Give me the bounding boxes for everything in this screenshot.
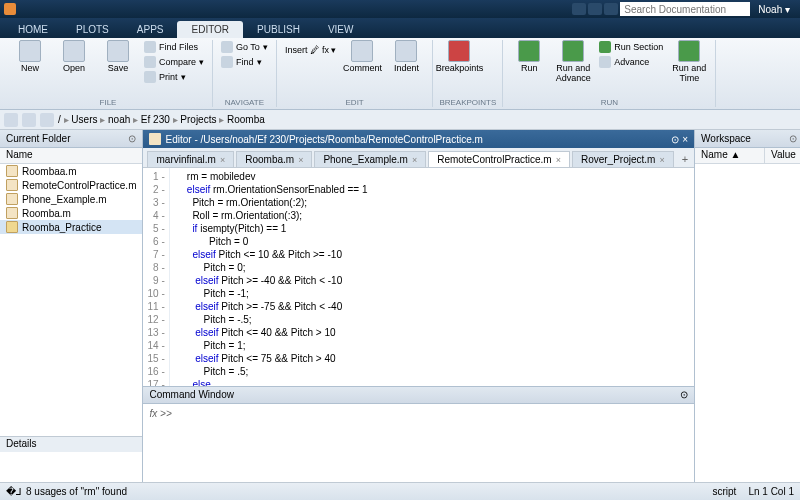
run-section-button[interactable]: Run Section <box>597 40 665 54</box>
tab-publish[interactable]: PUBLISH <box>243 21 314 38</box>
titlebar: Noah ▾ <box>0 0 800 18</box>
file-icon <box>6 207 18 219</box>
close-icon[interactable]: × <box>556 155 561 165</box>
ws-col-name[interactable]: Name ▲ <box>695 148 765 163</box>
app-icon <box>4 3 16 15</box>
goto-button[interactable]: Go To ▾ <box>219 40 270 54</box>
compare-button[interactable]: Compare ▾ <box>142 55 206 69</box>
editor-tab[interactable]: Roomba.m× <box>236 151 312 167</box>
file-item[interactable]: Roombaa.m <box>0 164 142 178</box>
breadcrumb-item[interactable]: noah <box>108 114 130 125</box>
file-item[interactable]: Phone_Example.m <box>0 192 142 206</box>
new-tab-button[interactable]: + <box>676 151 694 167</box>
user-menu[interactable]: Noah ▾ <box>752 4 796 15</box>
print-button[interactable]: Print ▾ <box>142 70 206 84</box>
save-button[interactable]: Save <box>98 40 138 74</box>
group-bp-label: BREAKPOINTS <box>439 97 496 107</box>
details-body <box>0 452 142 482</box>
file-icon <box>6 193 18 205</box>
find-files-button[interactable]: Find Files <box>142 40 206 54</box>
breadcrumb-item[interactable]: Roomba <box>227 114 265 125</box>
cmd-menu-icon[interactable]: ⊙ <box>680 389 688 401</box>
run-button[interactable]: Run <box>509 40 549 74</box>
tab-home[interactable]: HOME <box>4 21 62 38</box>
file-item[interactable]: Roomba.m <box>0 206 142 220</box>
group-file-label: FILE <box>10 97 206 107</box>
file-icon <box>6 165 18 177</box>
close-icon[interactable]: × <box>298 155 303 165</box>
status-usages: 8 usages of "rm" found <box>26 486 127 497</box>
advance-button[interactable]: Advance <box>597 55 665 69</box>
tab-apps[interactable]: APPS <box>123 21 178 38</box>
status-bar: �⅃ 8 usages of "rm" found script Ln 1 Co… <box>0 482 800 500</box>
run-advance-button[interactable]: Run and Advance <box>553 40 593 84</box>
status-pos: Ln 1 Col 1 <box>748 486 794 497</box>
file-icon <box>6 221 18 233</box>
workspace-title: Workspace <box>701 133 751 144</box>
tab-view[interactable]: VIEW <box>314 21 368 38</box>
fwd-button[interactable] <box>22 113 36 127</box>
run-time-button[interactable]: Run and Time <box>669 40 709 84</box>
command-window-title: Command Window <box>149 389 233 401</box>
editor-title: Editor - /Users/noah/Ef 230/Projects/Roo… <box>165 134 482 145</box>
file-icon <box>6 179 18 191</box>
details-header[interactable]: Details <box>0 436 142 452</box>
workspace-pane: Workspace⊙ Name ▲ Value <box>694 130 800 482</box>
ribbon-tabs: HOMEPLOTSAPPSEDITORPUBLISHVIEW <box>0 18 800 38</box>
pane-menu-icon[interactable]: ⊙ <box>128 133 136 144</box>
ws-menu-icon[interactable]: ⊙ <box>789 133 797 144</box>
insert-button[interactable]: Insert 🖉 fx ▾ <box>283 44 339 56</box>
current-folder-title: Current Folder <box>6 133 70 144</box>
close-icon[interactable]: × <box>412 155 417 165</box>
tab-editor[interactable]: EDITOR <box>177 21 243 38</box>
editor-tab[interactable]: Rover_Project.m× <box>572 151 674 167</box>
command-window[interactable]: fx >> <box>143 404 694 482</box>
tab-plots[interactable]: PLOTS <box>62 21 123 38</box>
help-icon[interactable] <box>588 3 602 15</box>
breadcrumb-item[interactable]: Ef 230 <box>141 114 170 125</box>
comment-button[interactable]: Comment <box>342 40 382 74</box>
close-icon[interactable]: × <box>659 155 664 165</box>
ws-col-value[interactable]: Value <box>765 148 800 163</box>
breadcrumb-item[interactable]: Projects <box>180 114 216 125</box>
group-run-label: RUN <box>509 97 709 107</box>
new-button[interactable]: New <box>10 40 50 74</box>
folder-icon[interactable] <box>40 113 54 127</box>
folder-col-name[interactable]: Name <box>0 148 142 164</box>
find-button[interactable]: Find ▾ <box>219 55 270 69</box>
min-icon[interactable] <box>604 3 618 15</box>
breadcrumb-item[interactable]: Users <box>71 114 97 125</box>
breakpoints-button[interactable]: Breakpoints <box>439 40 479 74</box>
file-item[interactable]: Roomba_Practice <box>0 220 142 234</box>
editor-file-icon <box>149 133 161 145</box>
group-nav-label: NAVIGATE <box>219 97 270 107</box>
editor-tab[interactable]: RemoteControlPractice.m× <box>428 151 570 167</box>
layout-icon[interactable] <box>572 3 586 15</box>
editor-tab[interactable]: marvinfinal.m× <box>147 151 234 167</box>
code-editor[interactable]: 1 - 2 - 3 - 4 - 5 - 6 - 7 - 8 - 9 - 10 -… <box>143 168 694 386</box>
back-button[interactable] <box>4 113 18 127</box>
editor-title-bar: Editor - /Users/noah/Ef 230/Projects/Roo… <box>143 130 694 148</box>
close-icon[interactable]: × <box>220 155 225 165</box>
status-mode: script <box>713 486 737 497</box>
ribbon: New Open Save Find Files Compare ▾ Print… <box>0 38 800 110</box>
file-item[interactable]: RemoteControlPractice.m <box>0 178 142 192</box>
editor-tabs: marvinfinal.m×Roomba.m×Phone_Example.m×R… <box>143 148 694 168</box>
editor-tab[interactable]: Phone_Example.m× <box>314 151 426 167</box>
path-bar: / ▸ Users ▸ noah ▸ Ef 230 ▸ Projects ▸ R… <box>0 110 800 130</box>
current-folder-pane: Current Folder⊙ Name Roombaa.mRemoteCont… <box>0 130 143 482</box>
indent-button[interactable]: Indent <box>386 40 426 74</box>
search-doc-input[interactable] <box>620 2 750 16</box>
group-edit-label: EDIT <box>283 97 427 107</box>
editor-dock-icon[interactable]: ⊙ × <box>671 134 688 145</box>
open-button[interactable]: Open <box>54 40 94 74</box>
